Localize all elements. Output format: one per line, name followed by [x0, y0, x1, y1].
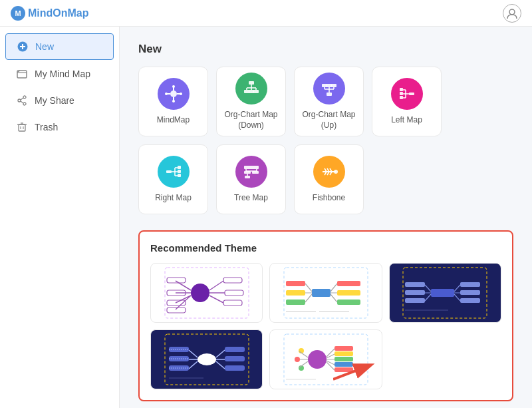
svg-rect-69 [245, 176, 250, 178]
right-map-label: Right Map [155, 193, 192, 204]
theme-card-dark-blue[interactable] [389, 263, 501, 323]
svg-rect-50 [400, 88, 403, 91]
sidebar-item-my-share[interactable]: My Share [5, 88, 114, 113]
mindmap-card[interactable]: MindMap [138, 67, 208, 136]
svg-rect-118 [460, 298, 480, 303]
tree-map-icon [235, 156, 267, 188]
sidebar-item-my-mind-map[interactable]: My Mind Map [5, 61, 114, 87]
svg-rect-62 [244, 166, 259, 169]
svg-rect-116 [460, 282, 480, 287]
sidebar-item-trash[interactable]: Trash [5, 114, 114, 140]
sidebar-mindmap-label: My Mind Map [35, 69, 90, 79]
svg-rect-142 [225, 356, 245, 361]
header: M MindOnMap [0, 0, 532, 27]
svg-point-158 [295, 357, 300, 362]
red-arrow [333, 362, 376, 383]
svg-line-10 [21, 98, 23, 100]
logo-text: MindOnMap [28, 7, 89, 19]
svg-rect-37 [331, 84, 336, 87]
svg-rect-95 [312, 289, 331, 297]
mindmap-type-label: MindMap [157, 115, 190, 126]
sidebar: New My Mind Map My Share [0, 27, 120, 408]
svg-line-85 [176, 296, 191, 303]
sidebar-item-new[interactable]: New [5, 33, 114, 60]
trash-icon [16, 121, 28, 133]
svg-line-80 [209, 281, 223, 290]
svg-line-102 [305, 284, 312, 292]
theme-card-light-purple[interactable] [150, 263, 263, 323]
svg-rect-152 [334, 346, 353, 351]
svg-line-104 [305, 294, 312, 302]
org-chart-up-label: Org-Chart Map (Up) [295, 110, 363, 130]
svg-point-7 [23, 96, 26, 99]
sidebar-new-label: New [35, 41, 54, 52]
mindmap-type-icon [158, 78, 190, 110]
svg-rect-153 [334, 351, 353, 356]
svg-rect-123 [405, 290, 425, 295]
svg-line-160 [299, 351, 308, 357]
svg-rect-106 [286, 290, 305, 296]
svg-point-128 [198, 353, 216, 365]
svg-rect-66 [244, 171, 251, 174]
svg-text:M: M [15, 9, 21, 17]
svg-rect-99 [337, 281, 360, 286]
new-section-title: New [138, 43, 513, 56]
svg-rect-124 [405, 298, 425, 303]
fishbone-label: Fishbone [313, 193, 345, 204]
svg-rect-60 [178, 170, 181, 173]
theme-card-colorful[interactable] [269, 263, 382, 323]
org-chart-down-label: Org-Chart Map(Down) [224, 110, 277, 130]
mindmap-folder-icon [16, 68, 28, 80]
svg-rect-61 [178, 174, 181, 177]
share-icon [16, 95, 28, 106]
svg-rect-87 [223, 278, 242, 283]
svg-rect-67 [252, 171, 259, 174]
svg-rect-32 [244, 90, 249, 93]
left-map-card[interactable]: Left Map [372, 67, 442, 136]
svg-point-71 [334, 170, 338, 174]
themes-grid [150, 263, 501, 389]
svg-point-25 [180, 93, 182, 95]
svg-point-146 [308, 350, 327, 369]
svg-line-98 [331, 294, 337, 302]
svg-line-82 [209, 296, 223, 303]
org-chart-down-card[interactable]: Org-Chart Map(Down) [216, 67, 286, 136]
svg-rect-35 [322, 84, 327, 87]
logo: M MindOnMap [11, 6, 89, 21]
recommended-title: Recommended Theme [150, 242, 501, 254]
svg-rect-100 [337, 290, 360, 296]
map-types-grid: MindMap Org-C [138, 67, 513, 214]
theme-card-colorful-circle[interactable] [269, 329, 382, 389]
svg-rect-26 [249, 81, 254, 85]
recommended-section: Recommended Theme [138, 230, 513, 401]
svg-point-79 [191, 284, 209, 302]
org-chart-down-icon [235, 73, 267, 104]
svg-rect-88 [225, 290, 243, 296]
tree-map-card[interactable]: Tree Map [216, 144, 286, 214]
svg-rect-117 [460, 290, 480, 295]
fishbone-card[interactable]: Fishbone [294, 144, 364, 214]
svg-line-165 [333, 365, 370, 379]
theme-card-dark-navy[interactable] [150, 329, 263, 389]
svg-point-23 [172, 100, 175, 102]
logo-icon: M [11, 6, 25, 21]
main-layout: New My Mind Map My Share [0, 27, 532, 408]
svg-rect-105 [286, 281, 305, 286]
right-map-icon [158, 156, 190, 188]
svg-rect-44 [409, 93, 414, 95]
sidebar-share-label: My Share [35, 95, 74, 106]
svg-rect-141 [225, 347, 245, 352]
plus-icon [17, 41, 29, 53]
svg-point-8 [23, 102, 26, 105]
right-map-card[interactable]: Right Map [138, 144, 208, 214]
svg-rect-52 [400, 96, 403, 99]
svg-rect-122 [405, 282, 425, 287]
left-map-label: Left Map [391, 115, 422, 126]
svg-rect-12 [19, 124, 25, 131]
svg-line-83 [176, 281, 191, 290]
svg-point-17 [170, 91, 177, 97]
org-chart-up-card[interactable]: Org-Chart Map (Up) [294, 67, 364, 136]
svg-rect-107 [286, 300, 305, 305]
user-avatar[interactable] [503, 4, 521, 23]
svg-line-147 [327, 349, 334, 357]
